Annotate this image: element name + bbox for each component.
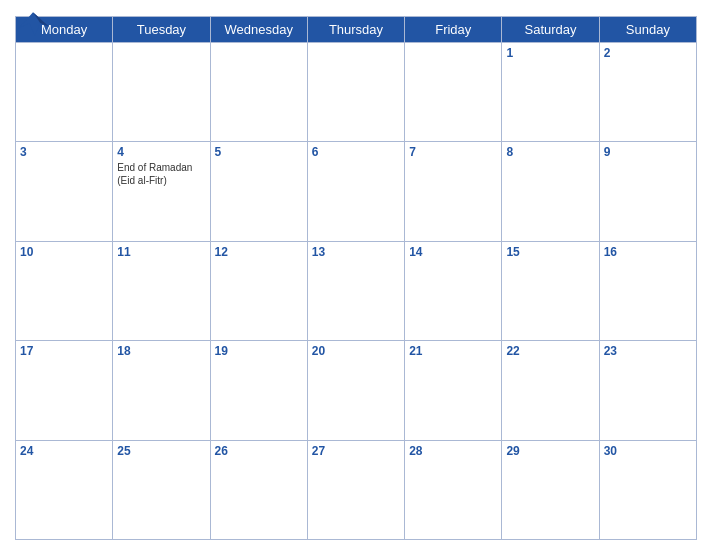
day-number: 30 <box>604 444 692 458</box>
calendar-cell: 17 <box>16 341 113 440</box>
calendar-cell: 8 <box>502 142 599 241</box>
calendar-cell: 20 <box>307 341 404 440</box>
calendar-cell: 3 <box>16 142 113 241</box>
calendar-cell <box>405 43 502 142</box>
calendar-cell <box>307 43 404 142</box>
calendar-cell: 21 <box>405 341 502 440</box>
day-number: 12 <box>215 245 303 259</box>
calendar-cell <box>210 43 307 142</box>
day-number: 24 <box>20 444 108 458</box>
calendar-cell: 5 <box>210 142 307 241</box>
calendar-cell: 6 <box>307 142 404 241</box>
day-number: 27 <box>312 444 400 458</box>
calendar-table: MondayTuesdayWednesdayThursdayFridaySatu… <box>15 16 697 540</box>
weekday-header-row: MondayTuesdayWednesdayThursdayFridaySatu… <box>16 17 697 43</box>
week-row-4: 17181920212223 <box>16 341 697 440</box>
logo <box>15 10 51 38</box>
calendar-cell: 26 <box>210 440 307 539</box>
day-number: 18 <box>117 344 205 358</box>
calendar-cell: 19 <box>210 341 307 440</box>
day-number: 4 <box>117 145 205 159</box>
day-number: 25 <box>117 444 205 458</box>
calendar-cell: 18 <box>113 341 210 440</box>
week-row-5: 24252627282930 <box>16 440 697 539</box>
calendar-cell: 10 <box>16 241 113 340</box>
calendar-cell: 2 <box>599 43 696 142</box>
calendar-cell: 11 <box>113 241 210 340</box>
day-number: 29 <box>506 444 594 458</box>
day-number: 1 <box>506 46 594 60</box>
calendar-cell: 24 <box>16 440 113 539</box>
week-row-1: 12 <box>16 43 697 142</box>
weekday-header-friday: Friday <box>405 17 502 43</box>
day-number: 28 <box>409 444 497 458</box>
day-number: 17 <box>20 344 108 358</box>
day-number: 26 <box>215 444 303 458</box>
calendar-cell: 23 <box>599 341 696 440</box>
day-number: 2 <box>604 46 692 60</box>
day-number: 3 <box>20 145 108 159</box>
day-number: 10 <box>20 245 108 259</box>
holiday-label: End of Ramadan (Eid al-Fitr) <box>117 161 205 187</box>
day-number: 19 <box>215 344 303 358</box>
day-number: 14 <box>409 245 497 259</box>
calendar-cell: 9 <box>599 142 696 241</box>
day-number: 15 <box>506 245 594 259</box>
day-number: 6 <box>312 145 400 159</box>
day-number: 9 <box>604 145 692 159</box>
weekday-header-sunday: Sunday <box>599 17 696 43</box>
calendar-cell: 4End of Ramadan (Eid al-Fitr) <box>113 142 210 241</box>
weekday-header-wednesday: Wednesday <box>210 17 307 43</box>
day-number: 7 <box>409 145 497 159</box>
day-number: 16 <box>604 245 692 259</box>
calendar-cell: 1 <box>502 43 599 142</box>
calendar-cell: 30 <box>599 440 696 539</box>
week-row-3: 10111213141516 <box>16 241 697 340</box>
calendar-cell: 25 <box>113 440 210 539</box>
calendar-cell: 28 <box>405 440 502 539</box>
calendar-cell: 14 <box>405 241 502 340</box>
calendar-cell: 22 <box>502 341 599 440</box>
weekday-header-thursday: Thursday <box>307 17 404 43</box>
calendar-cell: 15 <box>502 241 599 340</box>
week-row-2: 34End of Ramadan (Eid al-Fitr)56789 <box>16 142 697 241</box>
weekday-header-tuesday: Tuesday <box>113 17 210 43</box>
day-number: 11 <box>117 245 205 259</box>
calendar-cell: 13 <box>307 241 404 340</box>
day-number: 23 <box>604 344 692 358</box>
day-number: 5 <box>215 145 303 159</box>
weekday-header-saturday: Saturday <box>502 17 599 43</box>
calendar-cell: 29 <box>502 440 599 539</box>
calendar-cell <box>16 43 113 142</box>
day-number: 20 <box>312 344 400 358</box>
calendar-cell: 16 <box>599 241 696 340</box>
day-number: 8 <box>506 145 594 159</box>
logo-bird-icon <box>15 10 51 38</box>
calendar-cell: 12 <box>210 241 307 340</box>
calendar-wrapper: MondayTuesdayWednesdayThursdayFridaySatu… <box>0 0 712 550</box>
calendar-cell: 7 <box>405 142 502 241</box>
day-number: 22 <box>506 344 594 358</box>
day-number: 13 <box>312 245 400 259</box>
calendar-cell: 27 <box>307 440 404 539</box>
calendar-cell <box>113 43 210 142</box>
day-number: 21 <box>409 344 497 358</box>
